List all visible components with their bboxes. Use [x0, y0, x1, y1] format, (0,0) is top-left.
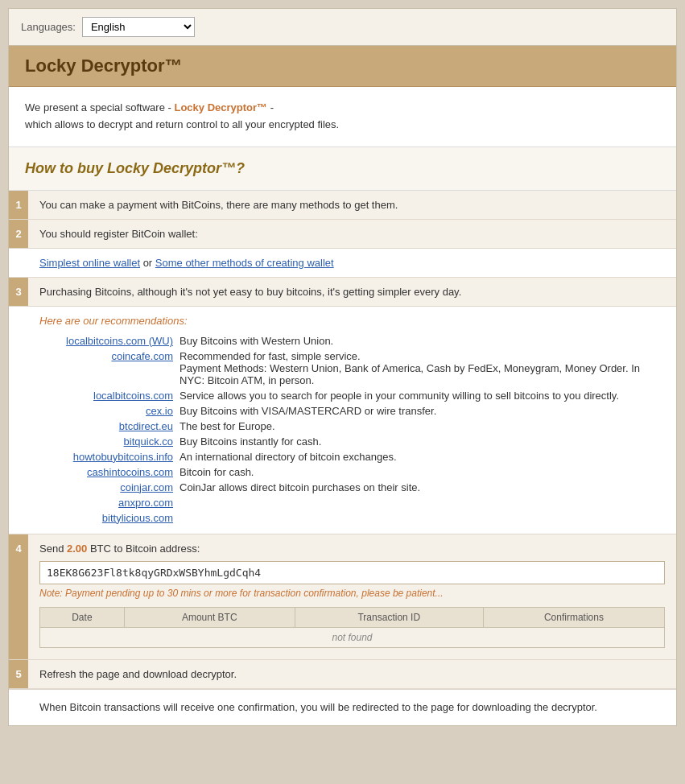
- other-methods-link[interactable]: Some other methods of creating wallet: [155, 257, 334, 269]
- rec-desc: [176, 510, 665, 526]
- step-3-number: 3: [9, 278, 28, 306]
- simplest-wallet-link[interactable]: Simplest online wallet: [39, 257, 140, 269]
- refresh-note: When Bitcoin transactions will receive o…: [9, 689, 676, 726]
- rec-site-link[interactable]: localbitcoins.com (WU): [66, 335, 173, 347]
- step-3-content: Purchasing Bitcoins, although it's not y…: [28, 278, 676, 306]
- rec-header: Here are our recommendations:: [39, 315, 665, 327]
- how-to-section: How to buy Locky Decryptor™?: [9, 147, 676, 191]
- send-text-pre: Send: [39, 543, 67, 555]
- intro-line1-pre: We present a special software -: [25, 101, 174, 113]
- rec-row: howtobuybitcoins.infoAn international di…: [39, 449, 665, 464]
- rec-site-link[interactable]: btcdirect.eu: [119, 420, 173, 432]
- rec-row: localbitcoins.com (WU)Buy Bitcoins with …: [39, 333, 665, 349]
- rec-desc: An international directory of bitcoin ex…: [176, 449, 665, 464]
- recommendations-section: Here are our recommendations: localbitco…: [9, 307, 676, 534]
- language-label: Languages:: [21, 21, 76, 33]
- rec-row: cex.ioBuy Bitcoins with VISA/MASTERCARD …: [39, 403, 665, 419]
- rec-row: coincafe.comRecommended for fast, simple…: [39, 349, 665, 388]
- rec-row: localbitcoins.comService allows you to s…: [39, 388, 665, 403]
- rec-desc: Bitcoin for cash.: [176, 464, 665, 480]
- rec-desc: The best for Europe.: [176, 419, 665, 434]
- col-txid: Transaction ID: [295, 607, 483, 627]
- not-found-cell: not found: [40, 627, 665, 647]
- rec-desc: Service allows you to search for people …: [176, 388, 665, 403]
- step-2-number: 2: [9, 220, 28, 248]
- main-container: Languages: English Russian German French…: [8, 8, 677, 726]
- step-4-number: 4: [9, 534, 28, 659]
- rec-site-link[interactable]: cex.io: [146, 405, 173, 417]
- transaction-table-wrapper: Date Amount BTC Transaction ID Confirmat…: [39, 607, 665, 648]
- col-confirmations: Confirmations: [483, 607, 664, 627]
- rec-table: localbitcoins.com (WU)Buy Bitcoins with …: [39, 333, 665, 526]
- rec-site-link[interactable]: localbitcoins.com: [93, 390, 173, 402]
- how-to-title: How to buy Locky Decryptor™?: [25, 160, 660, 177]
- step-1-row: 1 You can make a payment with BitCoins, …: [9, 191, 676, 220]
- rec-row: bitquick.coBuy Bitcoins instantly for ca…: [39, 434, 665, 449]
- step-3-row: 3 Purchasing Bitcoins, although it's not…: [9, 278, 676, 307]
- send-text-post: BTC to Bitcoin address:: [87, 543, 200, 555]
- btc-address-box[interactable]: 18EK8G623Fl8tk8qyGRDxWSBYhmLgdCqh4: [39, 561, 665, 584]
- rec-desc: [176, 495, 665, 510]
- page-title: Locky Decryptor™: [25, 56, 183, 76]
- language-select[interactable]: English Russian German French Spanish: [82, 17, 195, 37]
- rec-site-link[interactable]: coincafe.com: [111, 350, 173, 362]
- col-date: Date: [40, 607, 125, 627]
- transaction-table: Date Amount BTC Transaction ID Confirmat…: [39, 607, 665, 648]
- rec-row: anxpro.com: [39, 495, 665, 510]
- step-5-row: 5 Refresh the page and download decrypto…: [9, 660, 676, 689]
- intro-line2: which allows to decrypt and return contr…: [25, 118, 339, 130]
- rec-desc: Buy Bitcoins with Western Union.: [176, 333, 665, 349]
- step-4-content: Send 2.00 BTC to Bitcoin address: 18EK8G…: [28, 534, 676, 659]
- rec-site-link[interactable]: coinjar.com: [120, 481, 173, 493]
- wallet-or-text: or: [143, 257, 155, 269]
- intro-line1-post: -: [267, 101, 274, 113]
- rec-site-link[interactable]: howtobuybitcoins.info: [73, 451, 173, 463]
- send-amount: 2.00: [67, 543, 87, 555]
- step-5-number: 5: [9, 660, 28, 688]
- rec-desc: Recommended for fast, simple service. Pa…: [176, 349, 665, 388]
- page-header: Locky Decryptor™: [9, 46, 676, 87]
- rec-site-link[interactable]: cashintocoins.com: [87, 466, 173, 478]
- intro-highlight: Locky Decryptor™: [174, 101, 267, 113]
- rec-site-link[interactable]: anxpro.com: [118, 497, 173, 509]
- rec-site-link[interactable]: bitquick.co: [124, 435, 173, 448]
- step-4-section: 4 Send 2.00 BTC to Bitcoin address: 18EK…: [9, 534, 676, 660]
- intro-section: We present a special software - Locky De…: [9, 87, 676, 147]
- rec-desc: Buy Bitcoins instantly for cash.: [176, 434, 665, 449]
- step-1-number: 1: [9, 191, 28, 219]
- rec-desc: CoinJar allows direct bitcoin purchases …: [176, 480, 665, 495]
- wallet-links-row: Simplest online wallet or Some other met…: [9, 249, 676, 278]
- rec-row: coinjar.comCoinJar allows direct bitcoin…: [39, 480, 665, 495]
- rec-row: bittylicious.com: [39, 510, 665, 526]
- rec-row: btcdirect.euThe best for Europe.: [39, 419, 665, 434]
- rec-site-link[interactable]: bittylicious.com: [102, 512, 173, 524]
- step-2-row: 2 You should register BitCoin wallet:: [9, 220, 676, 249]
- rec-row: cashintocoins.comBitcoin for cash.: [39, 464, 665, 480]
- step-1-content: You can make a payment with BitCoins, th…: [28, 191, 676, 219]
- txn-not-found-row: not found: [40, 627, 665, 647]
- step-5-content: Refresh the page and download decryptor.: [28, 660, 676, 688]
- rec-desc: Buy Bitcoins with VISA/MASTERCARD or wir…: [176, 403, 665, 419]
- payment-note: Note: Payment pending up to 30 mins or m…: [39, 588, 665, 599]
- col-amount: Amount BTC: [124, 607, 295, 627]
- step-2-content: You should register BitCoin wallet:: [28, 220, 676, 248]
- outer-wrapper: Languages: English Russian German French…: [0, 0, 685, 734]
- language-bar: Languages: English Russian German French…: [9, 9, 676, 46]
